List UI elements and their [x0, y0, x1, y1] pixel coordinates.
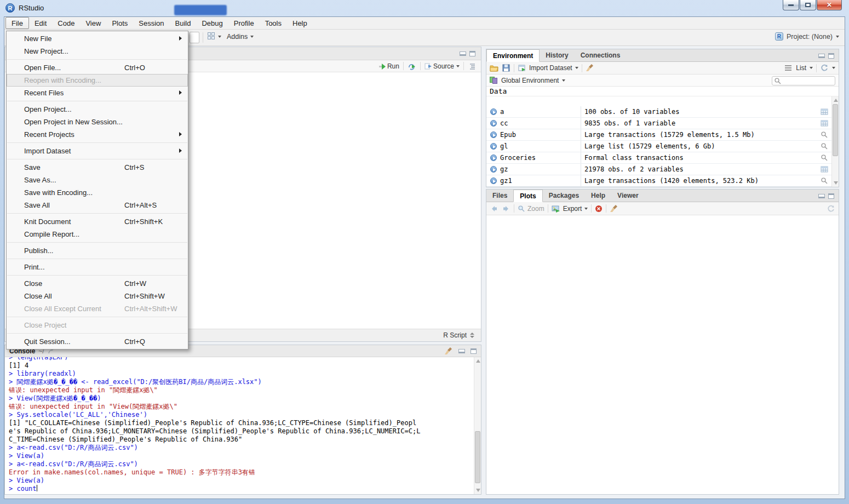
environment-object-row[interactable]: a 100 obs. of 10 variables: [486, 106, 831, 118]
inspect-object-icon[interactable]: [821, 142, 828, 150]
environment-object-row[interactable]: gz1 Large transactions (1420 elements, 5…: [486, 175, 831, 187]
file-menu-item[interactable]: Compile Report...: [7, 228, 188, 240]
environment-tab[interactable]: Connections: [575, 49, 627, 61]
expand-object-icon[interactable]: [490, 108, 497, 115]
view-table-icon[interactable]: [821, 108, 828, 116]
environment-tab[interactable]: Environment: [486, 49, 540, 62]
pane-minimize-icon[interactable]: [458, 349, 465, 353]
menubar-item[interactable]: Session: [133, 17, 169, 29]
file-menu-item[interactable]: Save with Encoding...: [7, 186, 188, 199]
export-plot-button[interactable]: Export: [552, 204, 588, 213]
environment-object-row[interactable]: cc 9835 obs. of 1 variable: [486, 118, 831, 129]
pane-maximize-icon[interactable]: [828, 193, 834, 199]
file-menu-item[interactable]: Open Project in New Session...: [7, 116, 188, 128]
menubar-item[interactable]: View: [80, 17, 106, 29]
plots-tab[interactable]: Plots: [513, 190, 542, 202]
restore-button[interactable]: [800, 0, 816, 10]
environment-tab[interactable]: History: [540, 49, 574, 61]
refresh-icon[interactable]: [820, 64, 829, 72]
close-button[interactable]: ✕: [817, 0, 842, 10]
environment-object-row[interactable]: gz 21978 obs. of 2 variables: [486, 164, 831, 175]
plots-tab[interactable]: Help: [585, 190, 611, 202]
file-menu-item[interactable]: Close All Ctrl+Shift+W: [7, 290, 188, 302]
save-workspace-icon[interactable]: [502, 64, 510, 72]
environment-scrollbar[interactable]: [831, 96, 839, 187]
menubar-item[interactable]: Edit: [29, 17, 52, 29]
load-workspace-folder-icon[interactable]: [490, 64, 498, 72]
environment-object-row[interactable]: gl Large list (15729 elements, 6 Gb): [486, 141, 831, 152]
previous-plot-icon[interactable]: [490, 204, 498, 213]
file-menu-item[interactable]: Open Project...: [7, 103, 188, 116]
expand-object-icon[interactable]: [490, 120, 497, 127]
remove-plot-icon[interactable]: [595, 205, 603, 213]
clear-environment-broom-icon[interactable]: [586, 64, 594, 72]
console-output[interactable]: > length(a$EXP) [1] 4 > library(readxl) …: [5, 357, 481, 494]
inspect-object-icon[interactable]: [821, 131, 828, 139]
pane-maximize-icon[interactable]: [471, 348, 477, 354]
file-menu-item[interactable]: Close Ctrl+W: [7, 277, 188, 290]
inspect-object-icon[interactable]: [821, 177, 828, 185]
menubar-item[interactable]: Help: [287, 17, 313, 29]
expand-object-icon[interactable]: [490, 154, 497, 161]
menubar-item[interactable]: File: [5, 17, 29, 29]
list-view-label[interactable]: List: [796, 64, 806, 72]
titlebar[interactable]: R RStudio ✕: [0, 0, 849, 16]
scroll-down-icon[interactable]: [476, 489, 480, 492]
menubar-item[interactable]: Code: [52, 17, 80, 29]
scroll-up-icon[interactable]: [834, 99, 838, 102]
plots-tab[interactable]: Files: [486, 190, 513, 202]
menubar-item[interactable]: Profile: [228, 17, 260, 29]
file-menu-item[interactable]: Quit Session... Ctrl+Q: [7, 335, 188, 348]
file-menu-item[interactable]: Recent Projects: [7, 128, 188, 141]
plots-tab[interactable]: Packages: [543, 190, 585, 202]
pane-maximize-icon[interactable]: [469, 51, 475, 56]
scrollbar-thumb[interactable]: [475, 431, 480, 483]
file-menu-item[interactable]: Save Ctrl+S: [7, 161, 188, 174]
new-file-split-button[interactable]: [190, 32, 199, 43]
environment-object-row[interactable]: Groceries Formal class transactions: [486, 152, 831, 164]
environment-search-input[interactable]: [772, 76, 835, 85]
zoom-plot-button[interactable]: Zoom: [518, 205, 544, 213]
inspect-object-icon[interactable]: [821, 154, 828, 162]
scrollbar-thumb[interactable]: [833, 104, 838, 156]
view-table-icon[interactable]: [821, 165, 828, 173]
addins-button[interactable]: Addins: [227, 33, 254, 41]
file-menu-item[interactable]: Save All Ctrl+Alt+S: [7, 199, 188, 211]
refresh-icon[interactable]: [827, 204, 835, 213]
next-plot-icon[interactable]: [502, 204, 510, 213]
file-menu-item[interactable]: Import Dataset: [7, 145, 188, 157]
file-menu-item[interactable]: New Project...: [7, 45, 188, 58]
expand-object-icon[interactable]: [490, 143, 497, 150]
document-outline-icon[interactable]: [468, 62, 477, 71]
view-table-icon[interactable]: [821, 119, 828, 127]
menubar-item[interactable]: Debug: [196, 17, 228, 29]
environment-scope-selector[interactable]: Global Environment: [501, 77, 559, 84]
scroll-up-icon[interactable]: [476, 359, 480, 363]
import-dataset-button[interactable]: Import Dataset: [518, 64, 578, 72]
scroll-down-icon[interactable]: [834, 181, 838, 185]
file-type-selector[interactable]: R Script: [443, 331, 467, 339]
pane-minimize-icon[interactable]: [818, 54, 825, 58]
run-button[interactable]: Run: [378, 62, 399, 71]
file-menu-item[interactable]: Print...: [7, 261, 188, 273]
file-menu-item[interactable]: Publish...: [7, 244, 188, 257]
project-menu-button[interactable]: R Project: (None): [775, 32, 839, 41]
expand-object-icon[interactable]: [490, 166, 497, 173]
file-menu-item[interactable]: Knit Document Ctrl+Shift+K: [7, 215, 188, 228]
minimize-button[interactable]: [783, 0, 799, 10]
file-menu-item[interactable]: Open File... Ctrl+O: [7, 61, 188, 74]
menubar-item[interactable]: Plots: [106, 17, 133, 29]
plots-tab[interactable]: Viewer: [611, 190, 644, 202]
console-scrollbar[interactable]: [474, 357, 481, 494]
rerun-icon[interactable]: [408, 62, 416, 71]
file-menu-item[interactable]: Recent Files: [7, 87, 188, 99]
clear-plots-broom-icon[interactable]: [610, 204, 618, 213]
file-menu-item[interactable]: Save As...: [7, 174, 188, 186]
expand-object-icon[interactable]: [490, 131, 497, 138]
source-button[interactable]: Source: [424, 62, 460, 71]
clear-console-broom-icon[interactable]: [444, 347, 453, 356]
expand-object-icon[interactable]: [490, 177, 497, 184]
menubar-item[interactable]: Tools: [260, 17, 287, 29]
menubar-item[interactable]: Build: [170, 17, 197, 29]
pane-maximize-icon[interactable]: [828, 53, 834, 59]
